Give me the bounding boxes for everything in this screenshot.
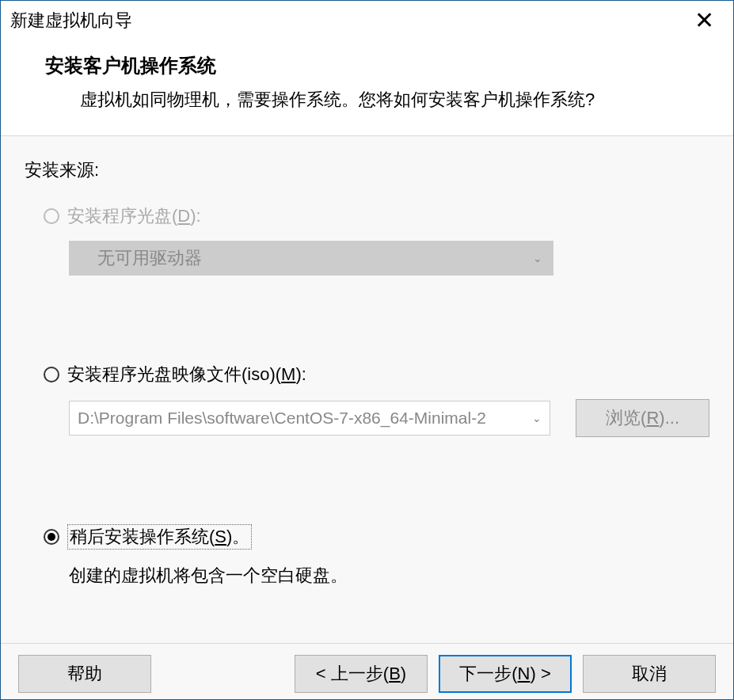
radio-option-later[interactable]: 稍后安装操作系统(S)。 xyxy=(44,524,709,550)
footer-right: < 上一步(B) 下一步(N) > 取消 xyxy=(295,655,716,693)
next-button[interactable]: 下一步(N) > xyxy=(439,655,572,693)
radio-option-disc[interactable]: 安装程序光盘(D): xyxy=(44,204,709,228)
radio-label-later: 稍后安装操作系统(S)。 xyxy=(67,524,252,550)
iso-path-text: D:\Program Files\software\CentOS-7-x86_6… xyxy=(78,409,532,428)
footer-left: 帮助 xyxy=(18,655,151,693)
option-iso: 安装程序光盘映像文件(iso)(M): D:\Program Files\sof… xyxy=(25,363,709,437)
install-source-label: 安装来源: xyxy=(25,158,709,182)
chevron-down-icon: ⌄ xyxy=(533,252,542,264)
radio-label-iso: 安装程序光盘映像文件(iso)(M): xyxy=(67,363,306,386)
titlebar: 新建虚拟机向导 ✕ xyxy=(1,1,733,39)
help-button[interactable]: 帮助 xyxy=(18,655,151,693)
header-subtitle: 虚拟机如同物理机，需要操作系统。您将如何安装客户机操作系统? xyxy=(80,88,702,112)
disc-dropdown-text: 无可用驱动器 xyxy=(97,246,202,270)
back-button[interactable]: < 上一步(B) xyxy=(295,655,428,693)
radio-option-iso[interactable]: 安装程序光盘映像文件(iso)(M): xyxy=(44,363,709,386)
radio-icon xyxy=(44,529,59,545)
disc-dropdown: 无可用驱动器 ⌄ xyxy=(69,241,553,276)
browse-button: 浏览(R)... xyxy=(576,399,709,437)
radio-label-disc: 安装程序光盘(D): xyxy=(67,204,201,228)
cancel-button[interactable]: 取消 xyxy=(583,655,716,693)
close-icon[interactable]: ✕ xyxy=(690,9,719,32)
radio-icon xyxy=(44,367,59,382)
content-area: 安装来源: 安装程序光盘(D): 无可用驱动器 ⌄ 安装程序光盘映像文件(iso… xyxy=(1,136,733,643)
option-disc: 安装程序光盘(D): 无可用驱动器 ⌄ xyxy=(25,204,709,276)
radio-icon xyxy=(44,208,59,224)
header-title: 安装客户机操作系统 xyxy=(45,53,702,78)
footer: 帮助 < 上一步(B) 下一步(N) > 取消 xyxy=(1,643,733,700)
window-title: 新建虚拟机向导 xyxy=(10,9,132,32)
wizard-header: 安装客户机操作系统 虚拟机如同物理机，需要操作系统。您将如何安装客户机操作系统? xyxy=(1,39,733,136)
later-hint: 创建的虚拟机将包含一个空白硬盘。 xyxy=(69,564,709,588)
iso-row: D:\Program Files\software\CentOS-7-x86_6… xyxy=(69,399,709,437)
chevron-down-icon: ⌄ xyxy=(532,412,542,424)
iso-path-dropdown[interactable]: D:\Program Files\software\CentOS-7-x86_6… xyxy=(69,401,550,436)
option-later: 稍后安装操作系统(S)。 创建的虚拟机将包含一个空白硬盘。 xyxy=(25,524,709,588)
